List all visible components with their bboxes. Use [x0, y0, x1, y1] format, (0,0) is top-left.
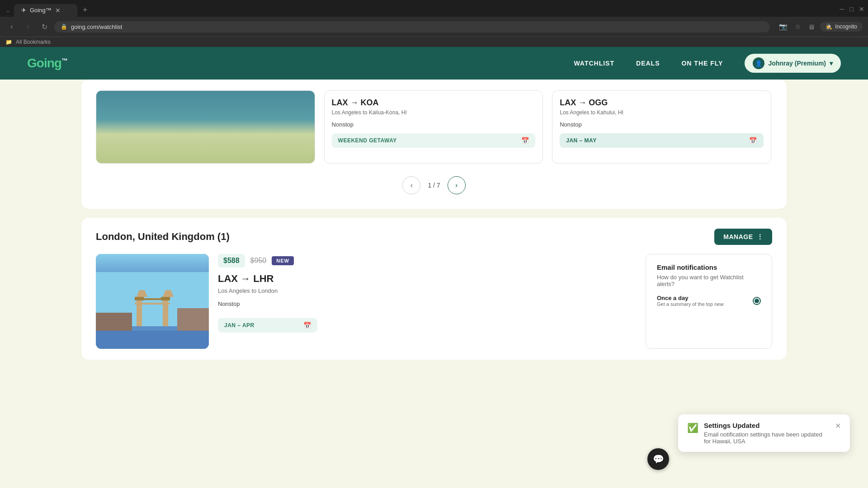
calendar-icon-ogg: 📅	[749, 137, 757, 144]
radio-option-once-a-day[interactable]: Once a day Get a summary of the top new	[657, 295, 761, 307]
manage-btn[interactable]: MANAGE ⋮	[714, 229, 772, 245]
tab-prev-btn[interactable]: ⌵	[4, 5, 12, 15]
london-route-origin: Los Angeles to London	[218, 287, 637, 294]
nav-on-the-fly[interactable]: ON THE FLY	[681, 60, 723, 67]
page-content: LAX → KOA Los Angeles to Kailua-Kona, HI…	[0, 80, 868, 360]
london-nonstop: Nonstop	[218, 300, 637, 307]
toast-close-btn[interactable]: ✕	[835, 422, 841, 430]
london-img-bg	[96, 254, 209, 349]
price-row: $588 $950 NEW	[218, 254, 637, 267]
tab-group: ⌵ ✈ Going™ ✕ +	[4, 4, 91, 17]
deal-subtext-koa: Los Angeles to Kailua-Kona, HI	[332, 109, 536, 116]
email-panel-title: Email notifications	[657, 263, 761, 271]
reload-btn[interactable]: ↻	[38, 20, 51, 33]
new-tab-btn[interactable]: +	[79, 4, 91, 17]
deal-route-koa: LAX → KOA	[332, 98, 536, 108]
devices-icon[interactable]: 🖥	[806, 21, 816, 33]
deal-card-body-ogg: LAX → OGG Los Angeles to Kahului, HI Non…	[552, 91, 771, 155]
site-logo[interactable]: Going™	[27, 56, 67, 70]
chat-icon: 💬	[653, 454, 664, 465]
deal-card-koa-info[interactable]: LAX → KOA Los Angeles to Kailua-Kona, HI…	[324, 90, 543, 164]
active-tab[interactable]: ✈ Going™ ✕	[14, 4, 77, 17]
tab-label: Going™	[30, 7, 52, 14]
deal-info: $588 $950 NEW LAX → LHR Los Angeles to L…	[218, 254, 637, 349]
section-header: London, United Kingdom (1) MANAGE ⋮	[96, 229, 772, 245]
user-icon-glyph: 👤	[755, 60, 762, 67]
svg-rect-11	[177, 308, 209, 331]
deal-card-ogg-info[interactable]: LAX → OGG Los Angeles to Kahului, HI Non…	[552, 90, 771, 164]
bookmarks-folder-icon: 📁	[5, 39, 12, 45]
manage-dots-icon: ⋮	[757, 233, 764, 240]
user-label: Johnray (Premium)	[768, 60, 826, 67]
toast-body: Email notification settings have been up…	[704, 431, 830, 445]
site-nav: Going™ WATCHLIST DEALS ON THE FLY 👤 John…	[0, 47, 868, 80]
deal-nonstop-ogg: Nonstop	[560, 121, 764, 128]
radio-label: Once a day	[657, 295, 723, 301]
carousel-count: 1 / 7	[428, 182, 440, 189]
browser-actions: 📷 ☆ 🖥 🕵 Incognito	[777, 21, 863, 33]
minimize-btn[interactable]: ─	[840, 5, 844, 13]
svg-rect-7	[135, 303, 170, 305]
deal-tag-label-koa: WEEKEND GETAWAY	[338, 137, 397, 144]
browser-chrome: ⌵ ✈ Going™ ✕ + ─ □ ✕ ‹ › ↻ 🔒 going.com/w…	[0, 0, 868, 47]
london-route: LAX → LHR	[218, 273, 637, 285]
london-calendar-icon: 📅	[303, 322, 311, 329]
nav-links: WATCHLIST DEALS ON THE FLY	[574, 60, 723, 67]
tab-close-btn[interactable]: ✕	[55, 7, 61, 14]
london-section: London, United Kingdom (1) MANAGE ⋮ 1 ne…	[81, 218, 787, 360]
london-date-range-tag[interactable]: JAN – APR 📅	[218, 318, 317, 333]
bookmarks-bar: 📁 All Bookmarks	[0, 37, 868, 47]
deal-card-image-koa	[96, 91, 315, 163]
radio-desc: Get a summary of the top new	[657, 301, 723, 307]
london-date-label: JAN – APR	[224, 322, 255, 328]
settings-updated-toast: ✅ Settings Updated Email notification se…	[678, 414, 850, 452]
london-content: 1 new deal added	[96, 254, 772, 349]
camera-icon[interactable]: 📷	[777, 21, 789, 33]
deal-card-koa[interactable]	[96, 90, 315, 164]
london-deal-left: 1 new deal added	[96, 254, 637, 349]
tab-favicon: ✈	[21, 7, 26, 14]
email-panel: Email notifications How do you want to g…	[646, 254, 772, 349]
incognito-btn[interactable]: 🕵 Incognito	[820, 22, 863, 32]
nav-deals[interactable]: DEALS	[636, 60, 660, 67]
back-btn[interactable]: ‹	[5, 20, 18, 33]
restore-btn[interactable]: □	[850, 5, 854, 13]
url-display: going.com/watchlist	[71, 23, 764, 30]
price-current: $588	[218, 254, 245, 267]
chat-btn[interactable]: 💬	[647, 448, 669, 470]
logo-going: Going	[27, 56, 61, 70]
browser-controls: ‹ › ↻ 🔒 going.com/watchlist 📷 ☆ 🖥 🕵 Inco…	[0, 17, 868, 37]
bookmarks-label: All Bookmarks	[16, 39, 51, 45]
deals-carousel-section: LAX → KOA Los Angeles to Kailua-Kona, HI…	[81, 80, 787, 209]
star-icon[interactable]: ☆	[793, 21, 802, 33]
email-panel-subtitle: How do you want to get Watchlist alerts?	[657, 274, 761, 287]
user-menu-btn[interactable]: 👤 Johnray (Premium) ▾	[745, 54, 841, 73]
user-avatar: 👤	[753, 57, 764, 69]
user-chevron-icon: ▾	[830, 60, 833, 67]
calendar-icon-koa: 📅	[521, 137, 529, 144]
toast-content: Settings Updated Email notification sett…	[704, 422, 830, 445]
close-btn[interactable]: ✕	[859, 5, 864, 13]
lock-icon: 🔒	[61, 23, 67, 30]
forward-btn[interactable]: ›	[22, 20, 34, 33]
deal-card-body-koa: LAX → KOA Los Angeles to Kailua-Kona, HI…	[325, 91, 543, 155]
toast-title: Settings Updated	[704, 422, 830, 429]
radio-dot-selected[interactable]	[753, 297, 761, 305]
address-bar[interactable]: 🔒 going.com/watchlist	[54, 21, 770, 33]
nav-watchlist[interactable]: WATCHLIST	[574, 60, 614, 67]
deal-route-ogg: LAX → OGG	[560, 98, 764, 108]
svg-rect-12	[96, 331, 209, 349]
browser-tabs: ⌵ ✈ Going™ ✕ + ─ □ ✕	[0, 0, 868, 17]
carousel-prev-btn[interactable]: ‹	[402, 176, 420, 194]
manage-label: MANAGE	[723, 233, 753, 240]
carousel-next-btn[interactable]: ›	[448, 176, 466, 194]
deal-tag-koa[interactable]: WEEKEND GETAWAY 📅	[332, 133, 536, 148]
incognito-icon: 🕵	[826, 23, 832, 30]
deal-tag-label-ogg: JAN – MAY	[566, 137, 596, 144]
svg-rect-10	[96, 313, 132, 331]
deal-tag-ogg[interactable]: JAN – MAY 📅	[560, 133, 764, 148]
new-badge: NEW	[272, 256, 294, 265]
deal-subtext-ogg: Los Angeles to Kahului, HI	[560, 109, 764, 116]
radio-option-text: Once a day Get a summary of the top new	[657, 295, 723, 307]
toast-check-icon: ✅	[687, 422, 698, 433]
